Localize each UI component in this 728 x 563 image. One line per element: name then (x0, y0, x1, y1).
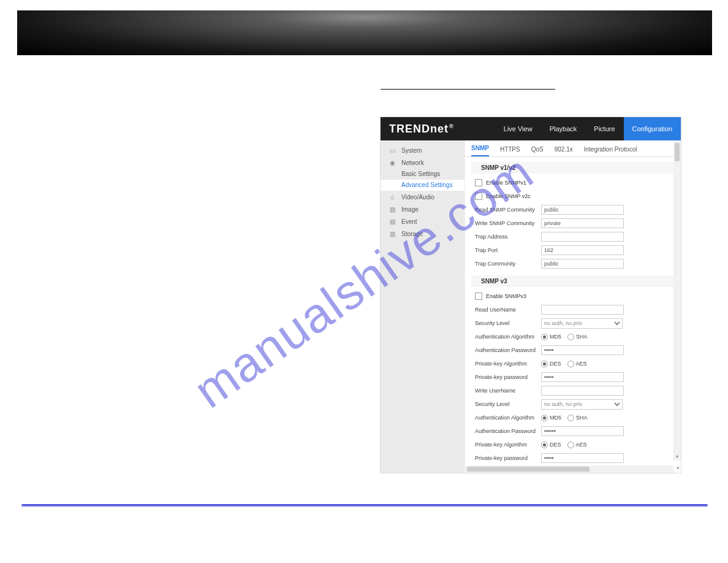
label-auth-algo-2: Authentication Algorithm (475, 415, 541, 421)
network-icon: ◉ (388, 158, 396, 167)
label-sha: SHA (576, 334, 588, 340)
select-security-level-2[interactable]: no auth, no priv (541, 399, 623, 410)
input-auth-password-2[interactable] (541, 426, 624, 436)
input-trap-address[interactable] (541, 232, 624, 242)
brand-logo: TRENDnet® (381, 123, 493, 136)
input-read-username[interactable] (541, 305, 624, 315)
label-write-username: Write UserName (475, 388, 541, 394)
checkbox-enable-snmpv2c[interactable] (475, 193, 482, 200)
radio-aes-2[interactable] (567, 442, 574, 448)
tab-8021x[interactable]: 802.1x (555, 146, 573, 156)
radio-des[interactable] (541, 361, 548, 367)
label-trap-port: Trap Port (475, 247, 541, 253)
label-security-level: Security Level (475, 320, 541, 326)
label-read-community: Read SNMP Community (475, 207, 541, 213)
tab-qos[interactable]: QoS (531, 146, 544, 156)
label-auth-password-2: Authentication Password (475, 428, 541, 434)
sidebar-item-label: Image (401, 206, 419, 213)
scroll-down-icon[interactable]: ▾ (673, 454, 681, 459)
tab-snmp[interactable]: SNMP (471, 145, 489, 156)
app-topbar: TRENDnet® Live View Playback Picture Con… (381, 117, 681, 140)
input-priv-password[interactable] (541, 372, 624, 382)
select-security-level[interactable]: no auth, no priv (541, 318, 623, 329)
main-panel: SNMP HTTPS QoS 802.1x Integration Protoc… (465, 140, 681, 473)
topnav-live-view[interactable]: Live View (495, 117, 541, 140)
label-des: DES (550, 361, 561, 367)
scroll-right-icon[interactable]: ▸ (677, 465, 680, 470)
section-divider (381, 89, 555, 90)
sidebar-item-image[interactable]: ▧ Image (381, 203, 464, 215)
sidebar-item-event[interactable]: ▤ Event (381, 215, 464, 228)
footer-divider (21, 504, 708, 507)
tab-https[interactable]: HTTPS (500, 146, 520, 156)
sidebar-item-label: Video/Audio (401, 194, 434, 201)
section-header-v1v2: SNMP v1/v2 (471, 162, 675, 174)
label-write-community: Write SNMP Community (475, 220, 541, 226)
label-trap-community: Trap Community (475, 261, 541, 267)
topnav-picture[interactable]: Picture (585, 117, 623, 140)
input-write-username[interactable] (541, 386, 624, 396)
label-priv-password-2: Private-key password (475, 455, 541, 461)
label-enable-snmpv3: Enable SNMPv3 (486, 293, 526, 299)
label-auth-algo: Authentication Algorithm (475, 334, 541, 340)
section-header-v3: SNMP v3 (471, 275, 675, 287)
config-tabs: SNMP HTTPS QoS 802.1x Integration Protoc… (465, 140, 681, 157)
label-des-2: DES (550, 442, 561, 448)
checkbox-enable-snmpv1[interactable] (475, 179, 482, 186)
radio-md5[interactable] (541, 334, 548, 340)
scrollbar-thumb[interactable] (675, 143, 680, 161)
radio-md5-2[interactable] (541, 415, 548, 421)
screenshot-embedded: TRENDnet® Live View Playback Picture Con… (381, 117, 681, 473)
input-trap-port[interactable] (541, 245, 624, 255)
label-security-level-2: Security Level (475, 401, 541, 407)
vertical-scrollbar[interactable]: ▾ (673, 140, 681, 461)
radio-sha-2[interactable] (567, 415, 574, 421)
label-priv-algo-2: Private-key Algorithm (475, 442, 541, 448)
label-auth-password: Authentication Password (475, 347, 541, 353)
input-auth-password[interactable] (541, 345, 624, 355)
label-aes: AES (576, 361, 587, 367)
label-aes-2: AES (576, 442, 587, 448)
input-write-community[interactable] (541, 218, 624, 228)
sidebar-item-label: Network (401, 159, 424, 166)
input-priv-password-2[interactable] (541, 453, 624, 463)
label-enable-snmpv1: Enable SNMPv1 (486, 180, 526, 186)
sidebar-item-label: Event (401, 218, 417, 225)
sidebar-sub-advanced-settings[interactable]: Advanced Settings (381, 180, 464, 191)
videoaudio-icon: ♫ (388, 193, 396, 201)
sidebar: ▭ System ◉ Network Basic Settings Advanc… (381, 140, 465, 473)
sidebar-item-storage[interactable]: ▥ Storage (381, 228, 464, 240)
tab-integration-protocol[interactable]: Integration Protocol (584, 146, 637, 156)
sidebar-item-label: Storage (401, 231, 423, 237)
page-banner (17, 10, 712, 55)
radio-sha[interactable] (567, 334, 574, 340)
scrollbar-thumb-h[interactable] (467, 467, 590, 472)
label-md5: MD5 (550, 334, 561, 340)
input-trap-community[interactable] (541, 259, 624, 269)
label-trap-address: Trap Address (475, 234, 541, 240)
event-icon: ▤ (388, 217, 396, 226)
radio-aes[interactable] (567, 361, 574, 367)
storage-icon: ▥ (388, 229, 396, 238)
topnav-configuration[interactable]: Configuration (624, 117, 681, 140)
radio-des-2[interactable] (541, 442, 548, 448)
horizontal-scrollbar[interactable]: ▸ (464, 465, 673, 473)
checkbox-enable-snmpv3[interactable] (475, 293, 482, 300)
label-priv-algo: Private-key Algorithm (475, 361, 541, 367)
input-read-community[interactable] (541, 205, 624, 215)
topnav-playback[interactable]: Playback (541, 117, 586, 140)
system-icon: ▭ (388, 146, 396, 155)
label-md5-2: MD5 (550, 415, 561, 421)
sidebar-item-system[interactable]: ▭ System (381, 144, 464, 156)
label-read-username: Read UserName (475, 307, 541, 313)
label-sha-2: SHA (576, 415, 588, 421)
sidebar-item-video-audio[interactable]: ♫ Video/Audio (381, 191, 464, 203)
sidebar-item-label: System (401, 147, 422, 154)
image-icon: ▧ (388, 205, 396, 213)
label-enable-snmpv2c: Enable SNMP v2c (486, 193, 531, 199)
sidebar-sub-basic-settings[interactable]: Basic Settings (381, 169, 464, 180)
label-priv-password: Private-key password (475, 374, 541, 380)
sidebar-item-network[interactable]: ◉ Network (381, 156, 464, 169)
